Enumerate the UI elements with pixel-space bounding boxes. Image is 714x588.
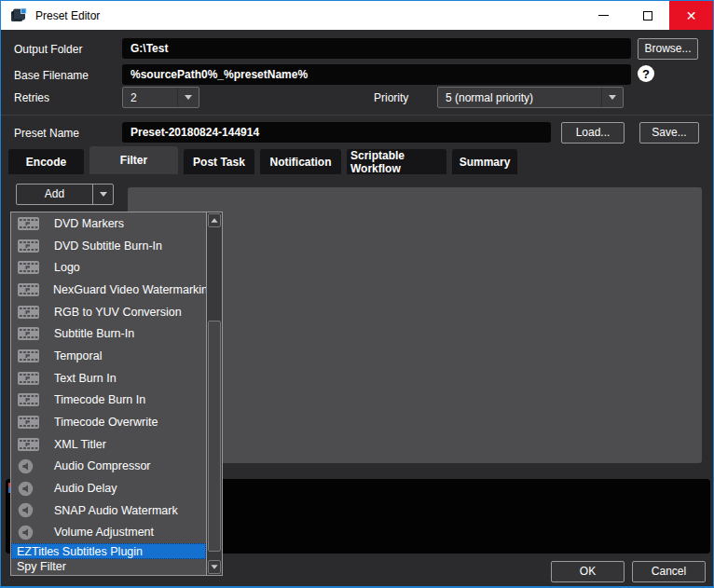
- list-item-label: NexGuard Video Watermarking: [53, 283, 214, 296]
- close-icon: ✕: [686, 9, 697, 22]
- speaker-icon: [18, 458, 40, 474]
- retries-dropdown-arrow[interactable]: [178, 88, 199, 107]
- app-icon: [10, 7, 27, 24]
- chevron-down-icon: [609, 95, 616, 100]
- maximize-button[interactable]: [625, 1, 669, 30]
- ok-button[interactable]: OK: [551, 561, 625, 582]
- list-item-label: Timecode Overwrite: [54, 416, 158, 429]
- tab-label: Scriptable Workflow: [350, 149, 443, 175]
- list-item[interactable]: Temporal: [11, 345, 206, 367]
- speaker-icon: [18, 502, 40, 518]
- chevron-down-icon: [100, 192, 107, 197]
- list-item[interactable]: Audio Delay: [11, 477, 206, 499]
- list-item-label: EZTitles Subtitles Plugin: [17, 545, 143, 558]
- list-item[interactable]: XML Titler: [11, 433, 206, 456]
- film-strip-icon: [18, 261, 40, 274]
- minimize-button[interactable]: [582, 1, 625, 30]
- add-filter-split-button: Add: [16, 184, 114, 205]
- list-item[interactable]: EZTitles Subtitles Plugin: [11, 543, 206, 559]
- add-dropdown-arrow[interactable]: [93, 185, 113, 204]
- list-item[interactable]: RGB to YUV Conversion: [11, 301, 206, 323]
- list-item-label: Timecode Burn In: [54, 393, 145, 406]
- list-item-label: Volume Adjustment: [54, 526, 154, 539]
- list-item-label: Temporal: [54, 349, 102, 362]
- add-button[interactable]: Add: [17, 185, 92, 204]
- load-button[interactable]: Load...: [561, 122, 625, 144]
- retries-value: 2: [123, 91, 177, 104]
- scrollbar-thumb[interactable]: [208, 321, 221, 552]
- list-scrollbar[interactable]: [206, 212, 222, 575]
- list-item-label: RGB to YUV Conversion: [54, 306, 182, 319]
- tab-label: Filter: [120, 154, 147, 167]
- film-strip-icon: [18, 416, 40, 429]
- list-item-label: Audio Compressor: [54, 459, 151, 472]
- speaker-icon: [18, 525, 40, 540]
- tab-post-task[interactable]: Post Task: [184, 149, 254, 174]
- cancel-button[interactable]: Cancel: [632, 561, 706, 582]
- list-item[interactable]: Timecode Burn In: [11, 390, 206, 412]
- list-item[interactable]: Logo: [11, 256, 206, 279]
- preset-name-input[interactable]: [122, 122, 551, 143]
- retries-dropdown[interactable]: 2: [122, 87, 199, 108]
- list-item[interactable]: DVD Subtitle Burn-In: [11, 235, 206, 257]
- list-item[interactable]: NexGuard Video Watermarking: [11, 279, 206, 301]
- film-strip-icon: [18, 438, 40, 451]
- tab-label: Summary: [460, 156, 511, 169]
- title-bar: Preset Editor ✕: [1, 1, 713, 30]
- triangle-down-icon: [211, 565, 217, 569]
- priority-value: 5 (normal priority): [438, 91, 601, 104]
- list-item[interactable]: Spy Filter: [11, 559, 206, 575]
- list-item[interactable]: DVD Markers: [11, 212, 206, 235]
- tab-scriptable-workflow[interactable]: Scriptable Workflow: [347, 149, 446, 174]
- list-item[interactable]: Text Burn In: [11, 367, 206, 390]
- close-button[interactable]: ✕: [669, 1, 713, 30]
- triangle-up-icon: [211, 218, 217, 223]
- preset-name-label: Preset Name: [14, 127, 79, 140]
- film-strip-icon: [18, 283, 39, 296]
- film-strip-icon: [18, 393, 40, 406]
- help-icon[interactable]: ?: [638, 65, 654, 82]
- save-button[interactable]: Save...: [639, 122, 699, 144]
- base-filename-input[interactable]: [122, 64, 631, 85]
- list-item[interactable]: Volume Adjustment: [11, 522, 206, 544]
- list-item[interactable]: Audio Compressor: [11, 456, 206, 478]
- maximize-icon: [643, 11, 652, 21]
- browse-button[interactable]: Browse...: [638, 38, 698, 60]
- list-item-label: Audio Delay: [54, 482, 117, 495]
- output-folder-label: Output Folder: [14, 43, 82, 56]
- priority-dropdown-arrow[interactable]: [602, 88, 623, 107]
- preset-editor-window: Preset Editor ✕ Output Folder Browse... …: [0, 0, 714, 588]
- tab-bar: EncodeFilterPost TaskNotificationScripta…: [8, 146, 517, 174]
- film-strip-icon: [18, 327, 40, 340]
- list-item[interactable]: SNAP Audio Watermark: [11, 499, 206, 522]
- retries-label: Retries: [14, 91, 49, 104]
- list-item-label: Logo: [54, 261, 80, 274]
- film-strip-icon: [18, 349, 40, 362]
- film-strip-icon: [18, 372, 40, 385]
- list-item-label: Subtitle Burn-In: [54, 327, 134, 340]
- tab-summary[interactable]: Summary: [452, 149, 517, 174]
- priority-dropdown[interactable]: 5 (normal priority): [437, 87, 624, 108]
- priority-label: Priority: [374, 91, 408, 104]
- window-title: Preset Editor: [35, 9, 100, 22]
- scroll-down-button[interactable]: [208, 560, 221, 574]
- list-item-label: XML Titler: [54, 438, 106, 451]
- scroll-up-button[interactable]: [208, 213, 221, 227]
- list-item-label: DVD Markers: [54, 217, 124, 230]
- speaker-icon: [18, 481, 40, 497]
- tab-notification[interactable]: Notification: [260, 149, 341, 174]
- list-item[interactable]: Timecode Overwrite: [11, 411, 206, 433]
- list-item-label: SNAP Audio Watermark: [54, 504, 178, 517]
- output-folder-input[interactable]: [122, 38, 631, 59]
- tab-label: Post Task: [193, 156, 245, 169]
- filter-list: DVD MarkersDVD Subtitle Burn-InLogoNexGu…: [10, 212, 223, 576]
- minimize-icon: [598, 15, 609, 16]
- chevron-down-icon: [185, 95, 192, 100]
- film-strip-icon: [18, 217, 40, 230]
- tab-encode[interactable]: Encode: [8, 149, 84, 174]
- list-item[interactable]: Subtitle Burn-In: [11, 322, 206, 345]
- tab-label: Encode: [26, 156, 66, 169]
- list-item-label: Text Burn In: [54, 372, 117, 385]
- list-item-label: Spy Filter: [17, 560, 66, 573]
- tab-filter[interactable]: Filter: [89, 146, 178, 174]
